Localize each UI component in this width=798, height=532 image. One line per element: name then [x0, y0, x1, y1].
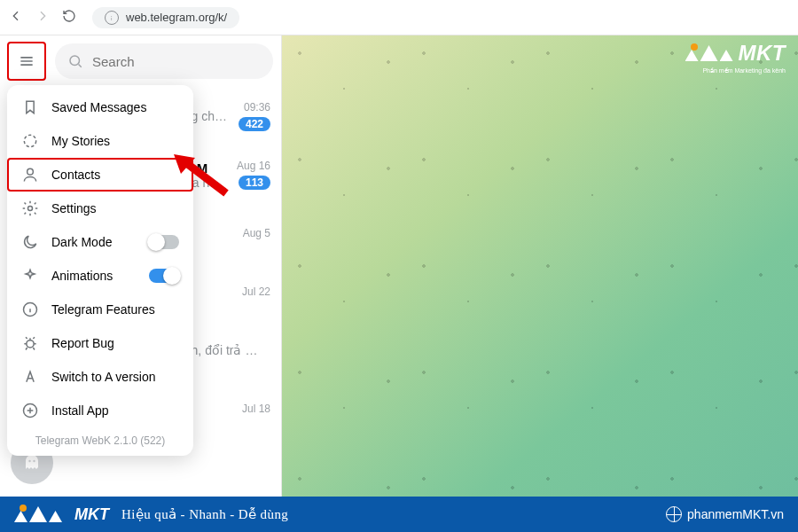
- svg-point-3: [24, 135, 35, 146]
- watermark-brand: MKT: [739, 41, 786, 66]
- footer-banner: MKT Hiệu quả - Nhanh - Dễ dùng phanmemMK…: [0, 497, 798, 532]
- menu-animations[interactable]: Animations: [7, 259, 193, 293]
- chat-time: Aug 16: [237, 160, 270, 172]
- svg-point-1: [28, 460, 30, 462]
- version-text: Telegram WebK 2.1.0 (522): [7, 427, 193, 450]
- browser-nav: [9, 9, 76, 27]
- menu-dark-mode[interactable]: Dark Mode: [7, 225, 193, 259]
- bookmark-icon: [21, 98, 39, 116]
- menu-install-app[interactable]: Install App: [7, 394, 193, 427]
- browser-chrome: ᵢ web.telegram.org/k/: [0, 0, 798, 35]
- footer-url: phanmemMKT.vn: [687, 507, 784, 521]
- menu-label: Report Bug: [51, 336, 114, 350]
- plus-circle-icon: [21, 402, 39, 419]
- menu-my-stories[interactable]: My Stories: [7, 124, 193, 158]
- annotation-arrow: [168, 149, 231, 202]
- search-input[interactable]: [92, 54, 261, 69]
- person-icon: [21, 166, 39, 184]
- menu-label: Contacts: [51, 168, 100, 182]
- chat-time: Jul 18: [242, 403, 270, 415]
- chat-time: Jul 22: [242, 286, 270, 298]
- hamburger-highlight: [7, 42, 46, 81]
- forward-icon[interactable]: [35, 9, 50, 27]
- svg-point-0: [70, 56, 80, 66]
- stories-icon: [21, 132, 39, 150]
- chat-time: Aug 5: [243, 227, 270, 239]
- menu-report-bug[interactable]: Report Bug: [7, 326, 193, 360]
- sidebar-header: [0, 35, 281, 87]
- footer-logo-icon: [14, 506, 62, 522]
- dark-mode-toggle[interactable]: [149, 235, 179, 249]
- hamburger-icon: [18, 52, 35, 70]
- menu-label: Dark Mode: [51, 235, 112, 249]
- footer-slogan: Hiệu quả - Nhanh - Dễ dùng: [121, 506, 288, 522]
- mkt-logo-icon: [685, 45, 733, 61]
- letter-a-icon: [21, 368, 39, 386]
- url-text: web.telegram.org/k/: [126, 11, 227, 24]
- globe-icon: [666, 506, 682, 522]
- info-icon: [21, 301, 39, 318]
- svg-point-4: [27, 168, 34, 175]
- chat-background: MKT Phần mềm Marketing đa kênh: [282, 35, 798, 497]
- unread-badge: 113: [239, 176, 270, 190]
- svg-point-7: [27, 340, 34, 348]
- menu-features[interactable]: Telegram Features: [7, 293, 193, 326]
- main-menu: Saved Messages My Stories Contacts Setti…: [7, 85, 193, 456]
- chat-time: 09:36: [244, 101, 270, 113]
- watermark-tagline: Phần mềm Marketing đa kênh: [702, 67, 786, 74]
- search-icon: [67, 53, 83, 69]
- url-bar[interactable]: ᵢ web.telegram.org/k/: [92, 7, 239, 28]
- menu-switch-version[interactable]: Switch to A version: [7, 360, 193, 394]
- reload-icon[interactable]: [62, 9, 76, 27]
- svg-point-2: [33, 460, 35, 462]
- menu-label: Install App: [51, 403, 109, 418]
- svg-point-5: [28, 207, 33, 211]
- menu-contacts[interactable]: Contacts: [7, 158, 193, 192]
- menu-label: Telegram Features: [51, 302, 155, 317]
- watermark: MKT Phần mềm Marketing đa kênh: [685, 41, 786, 66]
- gear-icon: [21, 200, 39, 217]
- back-icon[interactable]: [9, 9, 23, 27]
- unread-badge: 422: [239, 117, 270, 131]
- hamburger-button[interactable]: [9, 43, 44, 79]
- bug-icon: [21, 334, 39, 352]
- app-window: ang chec… 09:36422 NAM hưa nhậ… Aug 1611…: [0, 35, 798, 497]
- moon-icon: [21, 233, 39, 251]
- search-box[interactable]: [55, 43, 273, 79]
- menu-settings[interactable]: Settings: [7, 192, 193, 225]
- menu-saved-messages[interactable]: Saved Messages: [7, 90, 193, 124]
- menu-label: Settings: [51, 201, 97, 215]
- sidebar: ang chec… 09:36422 NAM hưa nhậ… Aug 1611…: [0, 35, 282, 497]
- animations-toggle[interactable]: [149, 269, 179, 283]
- footer-site: phanmemMKT.vn: [666, 506, 784, 522]
- site-info-icon[interactable]: ᵢ: [105, 11, 119, 25]
- menu-label: Saved Messages: [51, 100, 146, 114]
- menu-label: Switch to A version: [51, 370, 156, 384]
- menu-label: Animations: [51, 269, 113, 283]
- menu-label: My Stories: [51, 134, 110, 148]
- footer-brand: MKT: [74, 505, 109, 524]
- sparkle-icon: [21, 267, 39, 285]
